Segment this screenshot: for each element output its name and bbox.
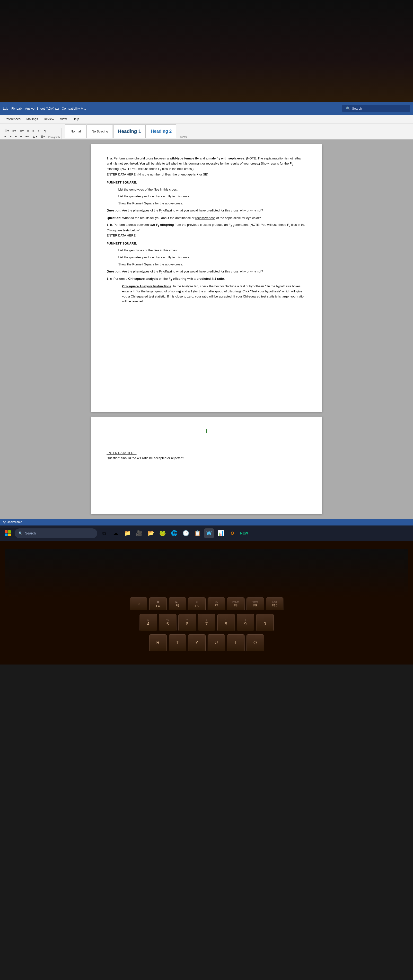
app5-icon: 🐸 — [159, 530, 166, 536]
ribbon-align-btn2[interactable]: ≡ — [3, 134, 8, 139]
windows-logo — [5, 530, 11, 536]
taskbar-clock-app[interactable]: 🕑 — [181, 528, 191, 538]
ribbon-indent-btn[interactable]: ≡▾ — [11, 128, 18, 134]
start-sq4 — [8, 533, 11, 536]
style-normal[interactable]: Normal — [65, 124, 86, 138]
question-1b-phenotypes: Question: Are the phenotypes of the F2 o… — [107, 269, 306, 275]
taskbar-task-view[interactable]: ⧉ — [99, 528, 109, 538]
question-1a-phenotypes: Question: Are the phenotypes of the F1 o… — [107, 208, 306, 214]
key-y[interactable]: Y — [188, 634, 206, 652]
ribbon-border-btn[interactable]: ⊞▾ — [39, 134, 46, 139]
key-f3[interactable]: F3 — [130, 597, 147, 611]
section1c-intro: 1. c. Perform a Chi-square analysis on t… — [107, 276, 306, 282]
key-4[interactable]: $ 4 — [140, 614, 157, 632]
taskbar-file-explorer[interactable]: 📁 — [123, 528, 132, 538]
taskbar-clipboard[interactable]: 📋 — [193, 528, 202, 538]
chrome-icon: 🌐 — [171, 530, 177, 536]
taskbar-word[interactable]: W — [204, 528, 214, 538]
taskbar-cloud[interactable]: ☁ — [111, 528, 121, 538]
ribbon-align-left-btn[interactable]: ≡ — [26, 128, 30, 134]
indent-gametes-1a: List the gametes produced by each fly in… — [118, 194, 306, 199]
style-no-spacing[interactable]: No Spacing — [87, 124, 113, 138]
menu-view[interactable]: View — [57, 116, 69, 122]
key-f4[interactable]: ⏸ F4 — [149, 597, 167, 611]
ribbon-list-btn[interactable]: ☰▾ — [3, 128, 10, 134]
ribbon-sort-btn[interactable]: ↕↑ — [36, 128, 42, 134]
key-9[interactable]: ( 9 — [237, 614, 254, 632]
enter-data-here-page2: ENTER DATA HERE: — [107, 450, 306, 456]
ribbon-align-center-btn[interactable]: ≡ — [31, 128, 36, 134]
ribbon-shade-btn[interactable]: ▲▾ — [31, 134, 39, 139]
taskbar-search-label: Search — [25, 531, 36, 535]
chi-instructions: Chi-square Analysis Instructions: In the… — [122, 284, 306, 304]
blank-space-1 — [107, 306, 306, 355]
ribbon-spacing-btn[interactable]: ≣▾ — [18, 128, 25, 134]
ribbon-align-btn5[interactable]: ≡ — [19, 134, 24, 139]
key-i[interactable]: I — [227, 634, 244, 652]
key-u[interactable]: U — [207, 634, 225, 652]
taskbar-office[interactable]: O — [228, 528, 237, 538]
style-heading2[interactable]: Heading 2 — [146, 124, 176, 138]
key-r[interactable]: R — [149, 634, 167, 652]
text-cursor: I — [206, 428, 207, 434]
key-0[interactable]: ) 0 — [256, 614, 274, 632]
menu-references[interactable]: References — [2, 116, 23, 122]
ribbon-format-group: ☰▾ ≡▾ ≣▾ ≡ ≡ ↕↑ ¶ ≡ ≡ ≡ ≡ ≡▾ ▲▾ ⊞▾ — [2, 128, 62, 139]
taskbar-app5[interactable]: 🐸 — [158, 528, 167, 538]
key-7[interactable]: & 7 — [198, 614, 215, 632]
ribbon-align-btn3[interactable]: ≡ — [8, 134, 13, 139]
menu-review[interactable]: Review — [41, 116, 57, 122]
file-explorer-icon: 📁 — [124, 530, 131, 536]
key-t[interactable]: T — [169, 634, 186, 652]
key-f8[interactable]: PrtScn F8 — [227, 597, 244, 611]
indent-gametes-1b: List the gametes produced by each fly in… — [118, 255, 306, 260]
zoom-icon: 🎥 — [136, 530, 142, 536]
dark-background-top — [0, 0, 413, 102]
question-page2-ratio: Question: Should the 4:1 ratio be accept… — [107, 456, 306, 461]
start-button[interactable] — [3, 528, 13, 538]
key-f10[interactable]: End F10 — [266, 597, 284, 611]
key-o[interactable]: O — [247, 634, 264, 652]
menu-bar: References Mailings Review View Help — [0, 115, 413, 124]
menu-mailings[interactable]: Mailings — [24, 116, 40, 122]
title-search-icon: 🔍 — [346, 107, 350, 110]
key-f5[interactable]: ▶II F5 — [169, 597, 186, 611]
indent-genotypes-1b: List the genotypes of the flies in this … — [118, 248, 306, 253]
keyboard-top-dark — [5, 549, 408, 597]
keyboard-fn-row: F3 ⏸ F4 ▶II F5 ☀ F6 ☀- F7 PrtScn F8 Home… — [5, 597, 408, 611]
cursor-area: I — [107, 428, 306, 443]
taskbar-new[interactable]: NEW — [239, 528, 249, 538]
menu-help[interactable]: Help — [70, 116, 82, 122]
enter-data-here-1b: ENTER DATA HERE: — [107, 234, 137, 237]
document-page-2[interactable]: I ENTER DATA HERE: Question: Should the … — [91, 417, 322, 514]
taskbar-chrome[interactable]: 🌐 — [169, 528, 179, 538]
document-page-1[interactable]: 1. a. Perform a monohybrid cross between… — [91, 144, 322, 412]
word-window: Lab—Fly Lab – Answer Sheet (ADA) (1) - C… — [0, 102, 413, 541]
indent-show-punnett-1b: Show the Punnett Square for the above cr… — [118, 262, 306, 267]
taskbar-folder2[interactable]: 📂 — [146, 528, 156, 538]
taskbar-spreadsheet[interactable]: 📊 — [216, 528, 226, 538]
start-sq2 — [8, 530, 11, 533]
key-8[interactable]: * 8 — [217, 614, 235, 632]
title-search-bar[interactable]: 🔍 Search — [342, 105, 410, 112]
folder2-icon: 📂 — [148, 530, 154, 536]
key-6[interactable]: ^ 6 — [179, 614, 196, 632]
word-icon: W — [207, 530, 212, 536]
ribbon: ☰▾ ≡▾ ≣▾ ≡ ≡ ↕↑ ¶ ≡ ≡ ≡ ≡ ≡▾ ▲▾ ⊞▾ — [0, 124, 413, 140]
keyboard-area: F3 ⏸ F4 ▶II F5 ☀ F6 ☀- F7 PrtScn F8 Home… — [0, 541, 413, 665]
ribbon-align-btn4[interactable]: ≡ — [13, 134, 18, 139]
window-title: Lab—Fly Lab – Answer Sheet (ADA) (1) - C… — [3, 107, 338, 110]
ribbon-pilcrow-btn[interactable]: ¶ — [43, 128, 48, 134]
key-f6[interactable]: ☀ F6 — [188, 597, 206, 611]
taskbar-zoom[interactable]: 🎥 — [134, 528, 144, 538]
style-heading1[interactable]: Heading 1 — [113, 124, 146, 138]
ribbon-align-btn6[interactable]: ≡▾ — [24, 134, 30, 139]
indent-genotypes-1a: List the genotypes of the flies in this … — [118, 187, 306, 192]
key-f9[interactable]: Home F9 — [247, 597, 264, 611]
taskbar-search[interactable]: 🔍 Search — [14, 528, 97, 538]
key-f7[interactable]: ☀- F7 — [207, 597, 225, 611]
question-1a-dominance: Question: What do the results tell you a… — [107, 216, 306, 221]
key-5[interactable]: % 5 — [159, 614, 177, 632]
punnett-label-1a: PUNNETT SQUARE: — [107, 180, 306, 185]
enter-data-here-1a: ENTER DATA HERE: — [107, 173, 137, 176]
